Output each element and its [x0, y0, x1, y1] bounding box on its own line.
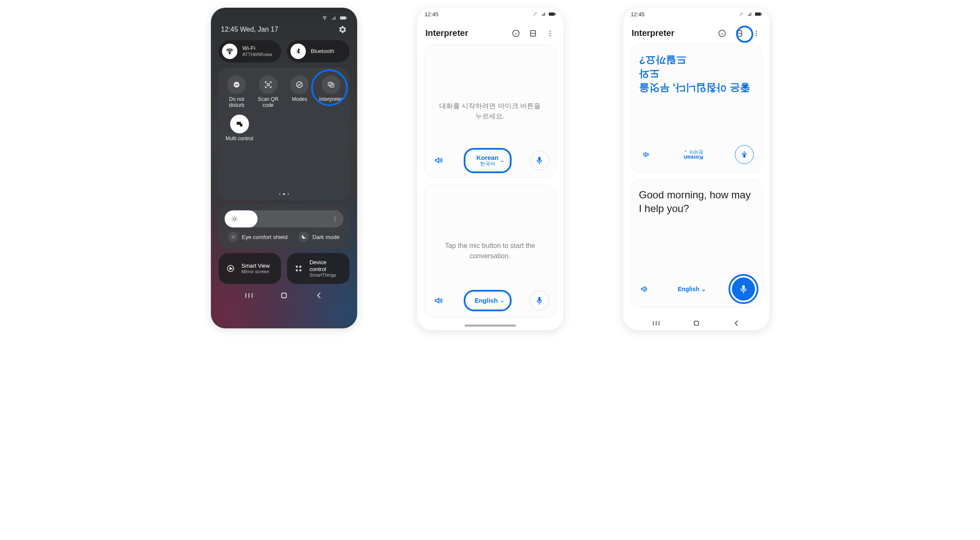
card-subtitle: Mirror screen	[242, 269, 270, 274]
info-icon[interactable]	[717, 29, 727, 38]
wifi-icon	[321, 15, 328, 21]
kebab-icon[interactable]	[545, 29, 555, 38]
language-name: Korean	[684, 154, 703, 160]
brightness-slider[interactable]	[225, 210, 343, 227]
signal-icon	[746, 12, 753, 17]
nfc-icon	[533, 12, 539, 17]
svg-point-37	[755, 35, 757, 36]
modes-icon	[290, 75, 309, 94]
mic-button-top[interactable]	[530, 150, 549, 170]
speaker-icon[interactable]	[637, 282, 652, 296]
wifi-pill[interactable]: Wi-Fi ATTHbNKuwa	[219, 40, 281, 62]
nav-home[interactable]	[692, 319, 701, 328]
tile-modes[interactable]: Modes	[284, 75, 314, 109]
split-view-icon[interactable]	[528, 29, 538, 38]
svg-rect-23	[281, 293, 286, 298]
nav-back[interactable]	[732, 319, 741, 328]
wifi-title: Wi-Fi	[243, 45, 272, 52]
clock: 12:45	[631, 11, 645, 18]
tile-dnd[interactable]: Do not disturb	[222, 75, 252, 109]
status-bar: 12:45	[623, 8, 770, 21]
page-title: Interpreter	[632, 28, 675, 38]
smart-view-icon	[225, 263, 237, 274]
tile-label: Interpreter	[319, 97, 343, 103]
sun-icon	[231, 215, 238, 223]
language-selector-partner[interactable]: Korean 한국어 ⌄	[684, 149, 703, 160]
svg-rect-11	[240, 124, 242, 127]
speaker-icon[interactable]	[431, 153, 446, 168]
svg-point-13	[334, 216, 335, 217]
phone-quick-settings: 12:45 Wed, Jan 17 Wi-Fi ATTHbNKuwa	[211, 8, 357, 328]
info-icon[interactable]	[511, 29, 521, 38]
wifi-subtitle: ATTHbNKuwa	[243, 52, 272, 57]
toggle-eye-comfort[interactable]: Eye comfort shield	[228, 232, 287, 242]
svg-point-21	[296, 269, 298, 271]
toggle-label: Dark mode	[312, 234, 340, 240]
toggle-dark-mode[interactable]: Dark mode	[299, 232, 340, 242]
svg-point-29	[549, 32, 551, 34]
status-bar: 12:45	[417, 8, 563, 21]
eye-comfort-icon	[228, 232, 238, 242]
language-selector-user[interactable]: English ⌄	[678, 286, 706, 292]
brightness-fill	[225, 210, 258, 227]
speaker-icon[interactable]	[639, 148, 652, 161]
page-dots	[219, 193, 349, 195]
signal-icon	[540, 12, 547, 17]
svg-rect-2	[346, 17, 347, 19]
tile-interpreter[interactable]: Interpreter	[316, 75, 346, 109]
svg-marker-18	[230, 267, 232, 270]
date-time: 12:45 Wed, Jan 17	[221, 26, 278, 33]
nav-recents[interactable]	[244, 291, 254, 300]
user-pane: Good morning, how may I help you? Englis…	[630, 179, 763, 308]
language-selector-top[interactable]: Korean 한국어 ⌄	[466, 150, 509, 171]
card-device-control[interactable]: Device control SmartThings	[287, 253, 349, 284]
kebab-icon[interactable]	[752, 29, 761, 38]
tile-label: Modes	[292, 97, 307, 103]
clock: 12:45	[425, 11, 439, 18]
multi-control-icon	[230, 115, 249, 133]
svg-point-16	[232, 236, 234, 238]
svg-point-14	[334, 218, 335, 219]
status-bar	[219, 15, 349, 23]
svg-rect-6	[267, 84, 269, 86]
card-smart-view[interactable]: Smart View Mirror screen	[219, 253, 281, 284]
nfc-icon	[739, 12, 745, 17]
card-subtitle: SmartThings	[309, 272, 343, 278]
svg-rect-1	[340, 16, 346, 19]
phone-interpreter-active: 12:45 Interpreter	[623, 8, 770, 330]
svg-rect-31	[755, 12, 761, 15]
language-name: Korean	[474, 154, 501, 161]
partner-pane: Korean 한국어 ⌄ 좋은 아침입니다, 무엇을 도와 드릴까요?	[630, 44, 763, 173]
signal-icon	[331, 15, 338, 21]
brightness-panel: Eye comfort shield Dark mode	[219, 204, 349, 249]
svg-rect-38	[694, 321, 699, 325]
tile-multi-control[interactable]: Multi control	[225, 115, 255, 142]
language-selector-bottom[interactable]: English ⌄	[466, 292, 509, 309]
top-language-pane: 대화를 시작하려면 마이크 버튼을 누르세요. Korean 한국어 ⌄	[424, 44, 557, 178]
tile-scan-qr[interactable]: Scan QR code	[253, 75, 283, 109]
mic-button-user[interactable]	[732, 277, 755, 301]
tile-label: Scan QR code	[253, 97, 283, 109]
nav-home[interactable]	[279, 291, 289, 300]
kebab-icon[interactable]	[332, 215, 338, 222]
device-control-icon	[293, 263, 305, 274]
mic-button-partner[interactable]	[735, 145, 754, 164]
nav-back[interactable]	[314, 291, 324, 300]
bluetooth-pill[interactable]: Bluetooth	[287, 40, 349, 62]
speaker-icon[interactable]	[431, 293, 446, 308]
svg-point-35	[755, 30, 757, 32]
interpreter-icon	[322, 75, 340, 94]
svg-point-19	[296, 266, 298, 268]
split-view-icon[interactable]	[734, 29, 744, 38]
mic-button-bottom[interactable]	[530, 291, 549, 310]
svg-point-15	[334, 220, 335, 221]
home-indicator[interactable]	[465, 325, 516, 327]
chevron-down-icon: ⌄	[500, 158, 504, 163]
nav-recents[interactable]	[652, 319, 660, 328]
svg-rect-5	[235, 84, 239, 85]
gear-icon[interactable]	[338, 25, 347, 34]
svg-point-22	[299, 269, 302, 271]
translation-output: 좋은 아침입니다, 무엇을 도와 드릴까요?	[639, 53, 754, 94]
chevron-down-icon: ⌄	[500, 298, 504, 304]
page-title: Interpreter	[426, 28, 468, 38]
